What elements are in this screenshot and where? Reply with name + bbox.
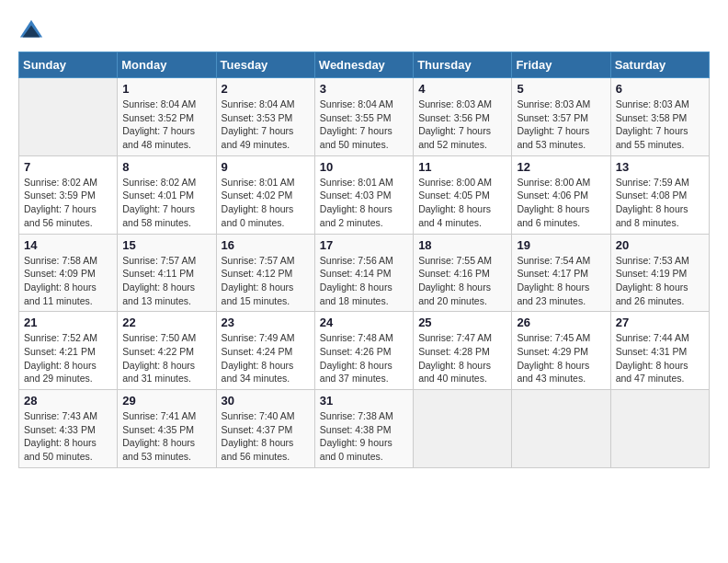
- calendar-cell: 20Sunrise: 7:53 AMSunset: 4:19 PMDayligh…: [610, 234, 709, 312]
- calendar-cell: [19, 78, 118, 156]
- cell-content: Sunrise: 7:50 AMSunset: 4:22 PMDaylight:…: [122, 331, 210, 385]
- cell-content: Sunrise: 8:02 AMSunset: 3:59 PMDaylight:…: [24, 176, 112, 230]
- calendar-cell: [610, 390, 709, 468]
- cell-content: Sunrise: 7:55 AMSunset: 4:16 PMDaylight:…: [418, 254, 506, 308]
- calendar-cell: 7Sunrise: 8:02 AMSunset: 3:59 PMDaylight…: [19, 155, 118, 234]
- day-number: 5: [517, 82, 605, 96]
- calendar-cell: 25Sunrise: 7:47 AMSunset: 4:28 PMDayligh…: [414, 312, 512, 390]
- day-number: 1: [122, 82, 210, 96]
- cell-content: Sunrise: 7:58 AMSunset: 4:09 PMDaylight:…: [24, 254, 112, 308]
- calendar-week-row: 21Sunrise: 7:52 AMSunset: 4:21 PMDayligh…: [19, 312, 710, 390]
- cell-content: Sunrise: 7:45 AMSunset: 4:29 PMDaylight:…: [517, 331, 605, 385]
- cell-content: Sunrise: 7:47 AMSunset: 4:28 PMDaylight:…: [418, 331, 506, 385]
- cell-content: Sunrise: 7:59 AMSunset: 4:08 PMDaylight:…: [616, 176, 704, 230]
- calendar-cell: 11Sunrise: 8:00 AMSunset: 4:05 PMDayligh…: [414, 155, 512, 234]
- calendar-cell: [414, 390, 512, 468]
- calendar-cell: 26Sunrise: 7:45 AMSunset: 4:29 PMDayligh…: [512, 312, 610, 390]
- day-number: 13: [616, 160, 704, 174]
- calendar-week-row: 28Sunrise: 7:43 AMSunset: 4:33 PMDayligh…: [19, 390, 710, 468]
- header-sunday: Sunday: [19, 52, 118, 78]
- day-number: 22: [122, 316, 210, 329]
- calendar-cell: 29Sunrise: 7:41 AMSunset: 4:35 PMDayligh…: [118, 390, 216, 468]
- calendar-cell: 23Sunrise: 7:49 AMSunset: 4:24 PMDayligh…: [216, 312, 314, 390]
- header-saturday: Saturday: [610, 52, 709, 78]
- calendar-cell: 18Sunrise: 7:55 AMSunset: 4:16 PMDayligh…: [414, 234, 512, 312]
- calendar-cell: 30Sunrise: 7:40 AMSunset: 4:37 PMDayligh…: [216, 390, 314, 468]
- calendar-cell: 24Sunrise: 7:48 AMSunset: 4:26 PMDayligh…: [314, 312, 413, 390]
- day-number: 7: [24, 160, 112, 174]
- day-number: 23: [222, 316, 310, 329]
- calendar-cell: 31Sunrise: 7:38 AMSunset: 4:38 PMDayligh…: [314, 390, 413, 468]
- day-number: 6: [616, 82, 704, 96]
- page-header: [18, 15, 710, 44]
- cell-content: Sunrise: 8:04 AMSunset: 3:52 PMDaylight:…: [122, 98, 210, 152]
- day-number: 8: [122, 160, 210, 174]
- cell-content: Sunrise: 7:56 AMSunset: 4:14 PMDaylight:…: [320, 254, 408, 308]
- header-monday: Monday: [118, 52, 216, 78]
- calendar-header-row: SundayMondayTuesdayWednesdayThursdayFrid…: [19, 52, 710, 78]
- day-number: 11: [418, 160, 506, 174]
- cell-content: Sunrise: 8:03 AMSunset: 3:58 PMDaylight:…: [616, 98, 704, 152]
- cell-content: Sunrise: 7:48 AMSunset: 4:26 PMDaylight:…: [320, 331, 408, 385]
- calendar-cell: 16Sunrise: 7:57 AMSunset: 4:12 PMDayligh…: [216, 234, 314, 312]
- cell-content: Sunrise: 7:38 AMSunset: 4:38 PMDaylight:…: [320, 409, 408, 464]
- day-number: 10: [320, 160, 408, 174]
- calendar-week-row: 7Sunrise: 8:02 AMSunset: 3:59 PMDaylight…: [19, 155, 710, 234]
- calendar-table: SundayMondayTuesdayWednesdayThursdayFrid…: [18, 52, 710, 468]
- day-number: 29: [122, 394, 210, 408]
- calendar-cell: 22Sunrise: 7:50 AMSunset: 4:22 PMDayligh…: [118, 312, 216, 390]
- calendar-cell: 12Sunrise: 8:00 AMSunset: 4:06 PMDayligh…: [512, 155, 610, 234]
- cell-content: Sunrise: 7:57 AMSunset: 4:11 PMDaylight:…: [122, 254, 210, 308]
- calendar-cell: 3Sunrise: 8:04 AMSunset: 3:55 PMDaylight…: [314, 78, 413, 156]
- day-number: 15: [122, 238, 210, 252]
- cell-content: Sunrise: 8:03 AMSunset: 3:57 PMDaylight:…: [517, 98, 605, 152]
- header-friday: Friday: [512, 52, 610, 78]
- day-number: 12: [517, 160, 605, 174]
- calendar-cell: 5Sunrise: 8:03 AMSunset: 3:57 PMDaylight…: [512, 78, 610, 156]
- day-number: 21: [24, 316, 112, 329]
- day-number: 17: [320, 238, 408, 252]
- calendar-cell: 17Sunrise: 7:56 AMSunset: 4:14 PMDayligh…: [314, 234, 413, 312]
- day-number: 14: [24, 238, 112, 252]
- day-number: 18: [418, 238, 506, 252]
- header-tuesday: Tuesday: [216, 52, 314, 78]
- calendar-cell: 19Sunrise: 7:54 AMSunset: 4:17 PMDayligh…: [512, 234, 610, 312]
- cell-content: Sunrise: 8:00 AMSunset: 4:06 PMDaylight:…: [517, 176, 605, 230]
- cell-content: Sunrise: 8:01 AMSunset: 4:02 PMDaylight:…: [222, 176, 310, 230]
- logo: [18, 18, 48, 44]
- cell-content: Sunrise: 8:03 AMSunset: 3:56 PMDaylight:…: [418, 98, 506, 152]
- calendar-cell: 13Sunrise: 7:59 AMSunset: 4:08 PMDayligh…: [610, 155, 709, 234]
- day-number: 4: [418, 82, 506, 96]
- cell-content: Sunrise: 7:54 AMSunset: 4:17 PMDaylight:…: [517, 254, 605, 308]
- calendar-cell: 4Sunrise: 8:03 AMSunset: 3:56 PMDaylight…: [414, 78, 512, 156]
- day-number: 27: [616, 316, 704, 329]
- logo-icon: [18, 18, 44, 44]
- calendar-cell: 27Sunrise: 7:44 AMSunset: 4:31 PMDayligh…: [610, 312, 709, 390]
- day-number: 9: [222, 160, 310, 174]
- calendar-cell: 2Sunrise: 8:04 AMSunset: 3:53 PMDaylight…: [216, 78, 314, 156]
- header-wednesday: Wednesday: [314, 52, 413, 78]
- day-number: 28: [24, 394, 112, 408]
- day-number: 2: [222, 82, 310, 96]
- calendar-cell: 10Sunrise: 8:01 AMSunset: 4:03 PMDayligh…: [314, 155, 413, 234]
- cell-content: Sunrise: 7:57 AMSunset: 4:12 PMDaylight:…: [222, 254, 310, 308]
- calendar-cell: 6Sunrise: 8:03 AMSunset: 3:58 PMDaylight…: [610, 78, 709, 156]
- calendar-cell: 8Sunrise: 8:02 AMSunset: 4:01 PMDaylight…: [118, 155, 216, 234]
- calendar-cell: 28Sunrise: 7:43 AMSunset: 4:33 PMDayligh…: [19, 390, 118, 468]
- day-number: 16: [222, 238, 310, 252]
- day-number: 31: [320, 394, 408, 408]
- cell-content: Sunrise: 8:01 AMSunset: 4:03 PMDaylight:…: [320, 176, 408, 230]
- day-number: 30: [222, 394, 310, 408]
- calendar-cell: [512, 390, 610, 468]
- day-number: 25: [418, 316, 506, 329]
- cell-content: Sunrise: 8:04 AMSunset: 3:53 PMDaylight:…: [222, 98, 310, 152]
- calendar-cell: 21Sunrise: 7:52 AMSunset: 4:21 PMDayligh…: [19, 312, 118, 390]
- calendar-cell: 14Sunrise: 7:58 AMSunset: 4:09 PMDayligh…: [19, 234, 118, 312]
- cell-content: Sunrise: 8:04 AMSunset: 3:55 PMDaylight:…: [320, 98, 408, 152]
- day-number: 3: [320, 82, 408, 96]
- calendar-cell: 15Sunrise: 7:57 AMSunset: 4:11 PMDayligh…: [118, 234, 216, 312]
- day-number: 26: [517, 316, 605, 329]
- cell-content: Sunrise: 7:49 AMSunset: 4:24 PMDaylight:…: [222, 331, 310, 385]
- cell-content: Sunrise: 8:02 AMSunset: 4:01 PMDaylight:…: [122, 176, 210, 230]
- calendar-week-row: 14Sunrise: 7:58 AMSunset: 4:09 PMDayligh…: [19, 234, 710, 312]
